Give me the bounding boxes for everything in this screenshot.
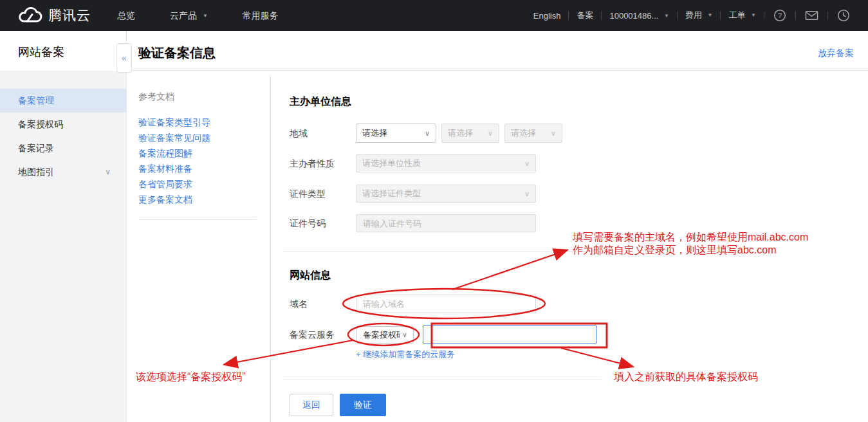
nav-item-overview[interactable]: 总览 xyxy=(100,0,152,31)
sidebar-item-beian-management[interactable]: 备案管理 xyxy=(0,89,126,113)
sidebar-item-label: 备案记录 xyxy=(18,143,54,153)
domain-input[interactable] xyxy=(356,295,536,313)
nav-right: English 备案 100001486... ▼ 费用 ▼ 工单 ▼ ? xyxy=(526,9,868,22)
sidebar-item-label: 备案管理 xyxy=(18,95,54,106)
region-select-level1[interactable]: 请选择 ∨ xyxy=(356,124,436,143)
section-title-website: 网站信息 xyxy=(290,269,331,282)
chevron-down-icon: ∨ xyxy=(425,129,430,138)
annotation-domain-note: 填写需要备案的主域名，例如希望使用mail.abc.com 作为邮箱自定义登录页… xyxy=(573,231,808,257)
nav-link-label: 工单 xyxy=(728,10,745,20)
collapse-icon: « xyxy=(122,53,127,63)
sidebar-item-beian-records[interactable]: 备案记录 xyxy=(0,136,126,160)
select-value: 备案授权码 xyxy=(363,329,400,341)
section-title-organizer: 主办单位信息 xyxy=(290,95,351,109)
region-select-level2[interactable]: 请选择 ∨ xyxy=(441,124,499,143)
nav-link-label: 费用 xyxy=(685,10,702,20)
region-label: 地域 xyxy=(290,124,308,143)
select-value: 请选择 xyxy=(362,127,422,139)
logo-text: 腾讯云 xyxy=(48,6,91,24)
abandon-beian-link[interactable]: 放弃备案 xyxy=(818,48,854,59)
nav-item-label: 云产品 xyxy=(170,10,197,21)
sidebar-item-map-guide[interactable]: 地图指引 ∨ xyxy=(0,160,126,184)
chevron-down-icon: ∨ xyxy=(105,160,111,184)
nav-link-label: English xyxy=(533,11,561,21)
nav-ticket-dropdown[interactable]: 工单 ▼ xyxy=(721,10,764,21)
sidebar-title: 网站备案 xyxy=(0,31,126,60)
chevron-down-icon: ∨ xyxy=(524,190,530,198)
nav-billing-dropdown[interactable]: 费用 ▼ xyxy=(678,10,721,21)
doc-link-provincial-requirements[interactable]: 各省管局要求 xyxy=(138,176,257,192)
caret-down-icon: ▼ xyxy=(708,12,713,18)
chevron-down-icon: ∨ xyxy=(402,331,407,339)
cert-no-input[interactable] xyxy=(356,214,536,232)
sidebar-collapse-button[interactable]: « xyxy=(116,43,132,73)
annotation-select-note: 该选项选择“备案授权码” xyxy=(136,371,246,383)
header-divider xyxy=(127,70,868,71)
chevron-down-icon: ∨ xyxy=(488,129,493,138)
account-id: 100001486... xyxy=(609,11,658,21)
cert-type-select[interactable]: 请选择证件类型 ∨ xyxy=(356,185,536,203)
nav-link-beian[interactable]: 备案 xyxy=(569,10,601,21)
cert-type-label: 证件类型 xyxy=(290,185,326,203)
add-cloud-service-link[interactable]: + 继续添加需备案的云服务 xyxy=(356,349,455,360)
sidebar-menu: 备案管理 备案授权码 备案记录 地图指引 ∨ xyxy=(0,89,126,184)
annotation-line: 填写需要备案的主域名，例如希望使用mail.abc.com xyxy=(573,231,808,244)
nav-item-label: 总览 xyxy=(117,10,135,21)
caret-down-icon: ▼ xyxy=(203,1,208,32)
page-title: 验证备案信息 xyxy=(138,44,216,62)
doc-link-process-diagram[interactable]: 备案流程图解 xyxy=(138,145,257,161)
section-divider xyxy=(283,251,602,252)
cloud-service-label: 备案云服务 xyxy=(290,325,335,344)
caret-down-icon: ▼ xyxy=(664,13,669,19)
domain-label: 域名 xyxy=(290,295,308,313)
docs-divider xyxy=(138,219,257,220)
nav-item-common-services[interactable]: 常用服务 xyxy=(225,0,296,31)
select-value: 请选择 xyxy=(511,127,548,139)
nav-item-label: 常用服务 xyxy=(243,10,279,21)
left-sidebar: 网站备案 备案管理 备案授权码 备案记录 地图指引 ∨ « xyxy=(0,31,127,422)
help-icon[interactable]: ? xyxy=(764,9,795,22)
annotation-line: 作为邮箱自定义登录页，则这里填写abc.com xyxy=(573,244,808,257)
vertical-divider xyxy=(270,76,271,422)
buttons-divider xyxy=(283,380,602,380)
sidebar-body: 备案管理 备案授权码 备案记录 地图指引 ∨ xyxy=(0,71,126,422)
auth-code-input[interactable] xyxy=(423,325,596,344)
sidebar-item-beian-authcode[interactable]: 备案授权码 xyxy=(0,113,126,136)
top-navbar: 腾讯云 总览 云产品 ▼ 常用服务 English 备案 100001486..… xyxy=(0,0,868,31)
select-value: 请选择 xyxy=(448,127,485,139)
select-placeholder: 请选择单位性质 xyxy=(362,158,522,169)
chevron-down-icon: ∨ xyxy=(524,160,530,168)
doc-link-more-docs[interactable]: 更多备案文档 xyxy=(138,192,257,207)
chevron-down-icon: ∨ xyxy=(551,129,556,138)
org-nature-label: 主办者性质 xyxy=(290,154,335,172)
nav-item-cloud-products[interactable]: 云产品 ▼ xyxy=(152,0,225,31)
mail-icon[interactable] xyxy=(796,10,827,21)
cloud-logo-icon xyxy=(17,6,42,24)
region-select-level3[interactable]: 请选择 ∨ xyxy=(504,124,562,143)
verify-button[interactable]: 验证 xyxy=(340,394,386,416)
annotation-code-note: 填入之前获取的具体备案授权码 xyxy=(614,371,758,383)
doc-link-faq[interactable]: 验证备案常见问题 xyxy=(138,130,257,145)
back-button[interactable]: 返回 xyxy=(290,394,333,416)
svg-text:?: ? xyxy=(778,12,782,19)
sidebar-item-label: 备案授权码 xyxy=(18,119,63,129)
docs-panel-title: 参考文档 xyxy=(138,91,174,103)
select-placeholder: 请选择证件类型 xyxy=(362,188,522,199)
nav-link-english[interactable]: English xyxy=(526,11,569,21)
docs-links: 验证备案类型引导 验证备案常见问题 备案流程图解 备案材料准备 各省管局要求 更… xyxy=(138,115,257,207)
clock-icon[interactable] xyxy=(828,9,859,22)
tencent-cloud-logo[interactable]: 腾讯云 xyxy=(0,6,91,24)
main-content: 验证备案信息 放弃备案 参考文档 验证备案类型引导 验证备案常见问题 备案流程图… xyxy=(127,31,868,422)
sidebar-item-label: 地图指引 xyxy=(18,167,54,177)
cloud-service-type-select[interactable]: 备案授权码 ∨ xyxy=(356,326,414,344)
org-nature-select[interactable]: 请选择单位性质 ∨ xyxy=(356,154,536,172)
doc-link-type-guide[interactable]: 验证备案类型引导 xyxy=(138,115,257,130)
nav-account-dropdown[interactable]: 100001486... ▼ xyxy=(602,11,676,21)
nav-link-label: 备案 xyxy=(577,10,593,20)
nav-menu: 总览 云产品 ▼ 常用服务 xyxy=(100,0,296,31)
caret-down-icon: ▼ xyxy=(751,12,756,18)
cert-no-label: 证件号码 xyxy=(290,214,326,232)
doc-link-materials[interactable]: 备案材料准备 xyxy=(138,161,257,176)
